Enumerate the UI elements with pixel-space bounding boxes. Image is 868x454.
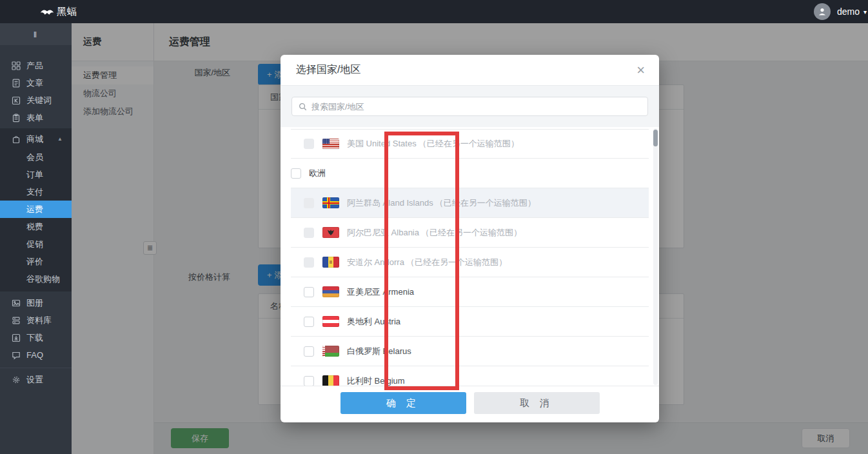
country-row[interactable]: 比利时 Belgium	[291, 366, 649, 386]
country-row: 阿兰群岛 Aland Islands（已经在另一个运输范围）	[291, 188, 649, 218]
country-name: 阿尔巴尼亚 Albania	[347, 228, 419, 237]
flag-ad-icon	[322, 257, 339, 268]
country-name: 奥地利 Austria	[347, 317, 400, 326]
gear-icon	[11, 375, 21, 384]
topbar: 黑蝠 demo ▾	[0, 0, 868, 23]
sidebar-item-forms[interactable]: 表单	[0, 109, 72, 126]
search-input[interactable]	[311, 102, 641, 112]
sidebar-item-products[interactable]: 产品	[0, 57, 72, 74]
country-checkbox[interactable]	[304, 287, 314, 297]
sidebar-subitem-promotion[interactable]: 促销	[0, 235, 72, 253]
continent-checkbox[interactable]	[291, 168, 301, 179]
download-icon	[11, 333, 21, 342]
sidebar-item-label: 图册	[26, 297, 43, 309]
document-icon	[11, 78, 21, 88]
country-note: （已经在另一个运输范围）	[406, 257, 507, 267]
country-row[interactable]: 亚美尼亚 Armenia	[291, 277, 649, 307]
sidebar-subitem-orders[interactable]: 订单	[0, 166, 72, 183]
country-checkbox[interactable]	[304, 317, 314, 327]
continent-name: 欧洲	[309, 168, 326, 178]
grid-icon	[11, 61, 21, 70]
country-note: （已经在另一个运输范围）	[421, 228, 522, 237]
sidebar-subitem-payment[interactable]: 支付	[0, 183, 72, 201]
chevron-down-icon[interactable]: ▾	[863, 8, 867, 15]
sidebar-subitem-reviews[interactable]: 评价	[0, 253, 72, 270]
modal-header: 选择国家/地区 ×	[281, 55, 659, 86]
country-name: 比利时 Belgium	[347, 376, 405, 386]
flag-at-icon	[322, 316, 339, 327]
sidebar-item-downloads[interactable]: 下载	[0, 329, 72, 346]
speech-bubble-icon	[11, 350, 21, 360]
sidebar-subitem-members[interactable]: 会员	[0, 148, 72, 166]
country-checkbox[interactable]	[304, 346, 314, 357]
logo: 黑蝠	[40, 6, 77, 18]
search-box	[291, 97, 648, 116]
sidebar-subitem-google-shopping[interactable]: 谷歌购物	[0, 270, 72, 288]
country-row: 美国 United States（已经在另一个运输范围）	[291, 129, 649, 159]
sidebar-item-keywords[interactable]: 关键词	[0, 92, 72, 109]
chevron-up-icon: ▲	[57, 136, 63, 142]
sidebar-item-library[interactable]: 资料库	[0, 311, 72, 329]
scrollbar-thumb[interactable]	[653, 130, 658, 146]
logo-text: 黑蝠	[57, 6, 77, 18]
country-note: （已经在另一个运输范围）	[419, 139, 519, 148]
sidebar-item-settings[interactable]: 设置	[0, 371, 72, 388]
sidebar-item-label: 关键词	[26, 95, 52, 106]
sidebar-divider	[0, 368, 72, 368]
sidebar-item-label: 设置	[26, 374, 43, 386]
sidebar-item-label: 下载	[26, 332, 43, 344]
country-name: 白俄罗斯 Belarus	[347, 346, 411, 356]
sidebar-item-label: 产品	[26, 60, 43, 72]
country-row[interactable]: 白俄罗斯 Belarus	[291, 337, 649, 366]
sidebar-item-mall[interactable]: 商城 ▲	[0, 130, 72, 148]
keyword-k-icon	[11, 95, 21, 105]
flag-al-icon	[322, 227, 339, 238]
country-row[interactable]: 奥地利 Austria	[291, 307, 649, 337]
country-checkbox[interactable]	[304, 376, 314, 386]
clipboard-icon	[11, 113, 21, 123]
avatar[interactable]	[814, 3, 831, 20]
modal-title: 选择国家/地区	[296, 63, 360, 77]
country-row: 阿尔巴尼亚 Albania（已经在另一个运输范围）	[291, 218, 649, 248]
flag-by-icon	[322, 346, 339, 357]
scrollbar-track[interactable]	[653, 128, 658, 385]
user-name[interactable]: demo	[837, 6, 860, 17]
sidebar-item-albums[interactable]: 图册	[0, 294, 72, 311]
sidebar-subitem-tax[interactable]: 税费	[0, 218, 72, 235]
select-country-modal: 选择国家/地区 × 美国 United States（已经在另一个运输范围） 欧…	[281, 55, 659, 422]
modal-footer: 确 定 取 消	[281, 386, 659, 422]
sidebar-item-articles[interactable]: 文章	[0, 74, 72, 92]
sidebar-item-label: 表单	[26, 112, 43, 124]
image-icon	[11, 298, 21, 308]
user-icon	[817, 6, 827, 17]
country-list: 美国 United States（已经在另一个运输范围） 欧洲 阿兰群岛 Ala…	[281, 127, 659, 386]
close-icon[interactable]: ×	[636, 63, 645, 77]
country-name: 安道尔 Andorra	[347, 257, 404, 267]
country-checkbox	[304, 139, 314, 149]
sidebar-subitem-shipping[interactable]: 运费	[0, 201, 72, 218]
country-checkbox	[304, 257, 314, 268]
sidebar-group-mall: 商城 ▲ 会员 订单 支付 运费 税费 促销 评价 谷歌购物	[0, 128, 72, 291]
country-row: 安道尔 Andorra（已经在另一个运输范围）	[291, 248, 649, 277]
sidebar-collapse-handle[interactable]: ‖	[0, 23, 72, 45]
modal-search-band	[281, 86, 659, 127]
flag-us-icon	[322, 139, 339, 150]
flag-am-icon	[322, 286, 339, 297]
bag-icon	[11, 134, 21, 144]
sidebar-item-label: 资料库	[26, 315, 52, 326]
search-icon	[299, 103, 307, 111]
sidebar: ‖ 产品 文章	[0, 23, 72, 454]
sidebar-item-label: 文章	[26, 77, 43, 89]
sidebar-item-label: FAQ	[26, 350, 43, 360]
flag-be-icon	[322, 375, 339, 386]
library-icon	[11, 315, 21, 325]
confirm-button[interactable]: 确 定	[340, 392, 466, 414]
country-name: 亚美尼亚 Armenia	[347, 287, 414, 297]
modal-cancel-button[interactable]: 取 消	[474, 392, 600, 414]
sidebar-item-faq[interactable]: FAQ	[0, 346, 72, 364]
continent-row[interactable]: 欧洲	[291, 159, 649, 188]
page: 黑蝠 demo ▾ ‖ 产品	[0, 0, 868, 454]
sidebar-item-label: 商城	[26, 133, 43, 145]
country-checkbox	[304, 228, 314, 238]
country-name: 美国 United States	[347, 139, 417, 148]
